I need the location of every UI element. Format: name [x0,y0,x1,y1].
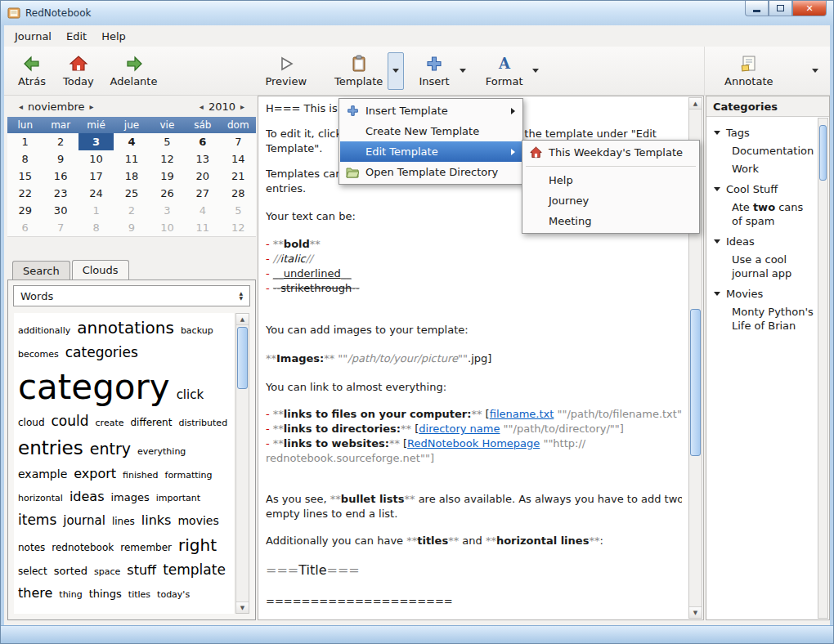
cloud-word[interactable]: ideas [70,490,105,504]
calendar-day[interactable]: 28 [221,185,256,202]
cloud-word[interactable]: formatting [165,471,213,481]
editor-link[interactable]: directory name [419,423,500,435]
calendar-day[interactable]: 19 [150,168,185,185]
tab-clouds[interactable]: Clouds [72,260,129,280]
cloud-word[interactable]: entry [90,441,131,458]
menu-item-journey[interactable]: Journey [523,190,698,211]
cloud-word[interactable]: click [177,389,204,402]
menu-item-this-weekday-s-template[interactable]: This Weekday's Template [523,142,698,163]
menu-item-help[interactable]: Help [523,170,698,190]
cloud-word[interactable]: right [178,537,217,554]
cloud-word[interactable]: select [18,566,47,577]
menu-item-open-template-directory[interactable]: Open Template Directory [340,162,522,182]
menubar-item-edit[interactable]: Edit [59,27,94,46]
cloud-scrollbar[interactable]: ▲ ▼ [235,313,249,614]
cloud-word[interactable]: create [96,418,124,428]
annotate-button[interactable]: Annotate [716,51,781,90]
calendar-day[interactable]: 6 [185,133,220,150]
expander-icon[interactable] [714,239,720,244]
next-month-button[interactable]: ▸ [85,102,99,111]
calendar-day[interactable]: 2 [43,133,78,150]
scroll-up-icon[interactable]: ▲ [689,98,702,110]
calendar-day[interactable]: 1 [78,202,114,219]
cloud-word[interactable]: thing [59,590,82,600]
menu-item-create-new-template[interactable]: Create New Template [340,121,522,141]
calendar-day[interactable]: 12 [221,219,256,236]
calendar-day[interactable]: 23 [43,185,78,202]
cloud-word[interactable]: entries [18,438,83,458]
calendar-day[interactable]: 27 [185,185,220,202]
cloud-word[interactable]: titles [128,590,150,600]
cloud-word[interactable]: everything [137,447,186,457]
scroll-up-icon[interactable]: ▲ [236,314,249,325]
cloud-word[interactable]: remember [120,543,172,553]
calendar-day[interactable]: 5 [150,133,185,150]
cloud-word[interactable]: different [130,418,172,428]
cloud-word[interactable]: annotations [77,320,174,337]
calendar-day[interactable]: 7 [43,219,78,236]
calendar-day[interactable]: 13 [185,150,220,168]
calendar-day[interactable]: 30 [43,202,78,219]
calendar-day[interactable]: 10 [78,150,114,168]
cloud-word[interactable]: things [89,588,122,600]
template-dropdown-button[interactable] [388,52,404,90]
insert-dropdown-button[interactable] [455,52,471,90]
prev-month-button[interactable]: ◂ [14,102,28,111]
editor-scrollbar-thumb[interactable] [690,309,701,456]
close-button[interactable]: ✕ [792,1,827,16]
cloud-word[interactable]: today's [157,590,190,600]
calendar-day[interactable]: 1 [7,133,43,150]
cloud-word[interactable]: finished [123,471,158,481]
maximize-button[interactable] [769,1,792,16]
scroll-down-icon[interactable]: ▼ [689,606,702,618]
calendar-day[interactable]: 22 [7,185,43,202]
categories-scrollbar[interactable] [818,118,828,619]
cloud-word[interactable]: could [52,414,89,429]
calendar-day[interactable]: 9 [114,219,149,236]
cloud-word[interactable]: additionally [18,326,70,336]
format-button[interactable]: A Format [478,51,531,90]
calendar-day[interactable]: 12 [150,150,185,168]
calendar-day[interactable]: 9 [43,150,78,168]
calendar-day[interactable]: 4 [185,202,220,219]
category-node-movies[interactable]: Movies [706,284,829,303]
calendar-day[interactable]: 5 [221,202,256,219]
cloud-word[interactable]: important [156,494,200,503]
calendar-day[interactable]: 8 [78,219,114,236]
calendar-day[interactable]: 15 [7,168,43,185]
today-button[interactable]: Today [55,51,102,90]
category-entry[interactable]: Documentation [706,142,829,160]
cloud-word[interactable]: example [18,468,67,481]
cloud-word[interactable]: categories [65,346,138,360]
cloud-word[interactable]: sorted [54,566,87,577]
expander-icon[interactable] [714,131,720,135]
expander-icon[interactable] [714,187,720,191]
annotate-dropdown-button[interactable] [807,52,823,90]
cloud-word[interactable]: cloud [18,418,45,428]
calendar-day[interactable]: 3 [150,202,185,219]
scroll-down-icon[interactable]: ▼ [236,602,249,613]
calendar-day[interactable]: 29 [7,202,43,219]
format-dropdown-button[interactable] [527,52,544,90]
cloud-mode-select[interactable]: Words ▲▼ [13,285,250,306]
cloud-word[interactable]: lines [112,517,135,527]
cloud-word[interactable]: backup [181,326,213,336]
cloud-scrollbar-thumb[interactable] [237,327,248,389]
cloud-word[interactable]: horizontal [18,494,63,503]
category-node-tags[interactable]: Tags [706,123,829,142]
cloud-word[interactable]: distributed [178,418,227,428]
calendar-day[interactable]: 11 [185,219,220,236]
cloud-word[interactable]: movies [177,515,218,527]
insert-button[interactable]: Insert [410,51,457,90]
calendar-day[interactable]: 11 [114,150,149,168]
calendar-day[interactable]: 16 [43,168,78,185]
calendar-day[interactable]: 18 [114,168,149,185]
category-entry[interactable]: Use a cool journal app [706,251,829,283]
next-year-button[interactable]: ▸ [235,102,249,111]
cloud-word[interactable]: rednotebook [52,543,114,553]
calendar-day[interactable]: 10 [150,219,185,236]
calendar-day[interactable]: 14 [221,150,256,168]
category-node-cool-stuff[interactable]: Cool Stuff [706,180,829,199]
editor-link[interactable]: filename.txt [490,408,554,420]
menubar-item-help[interactable]: Help [94,27,133,46]
